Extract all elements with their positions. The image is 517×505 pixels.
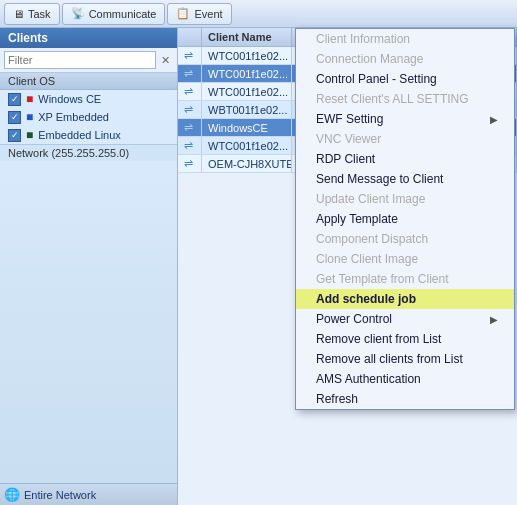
menu-item-connection-manage[interactable]: Connection Manage [296, 49, 514, 69]
col-header-name: Client Name [202, 28, 292, 46]
clients-header: Clients [0, 28, 177, 48]
wince-os-icon: ■ [26, 92, 33, 106]
menu-item-send-message[interactable]: Send Message to Client [296, 169, 514, 189]
row-name-cell: WindowsCE [202, 119, 292, 136]
row-icon-cell: ⇌ [178, 155, 202, 172]
communicate-icon: 📡 [71, 7, 85, 20]
linux-checkbox[interactable] [8, 129, 21, 142]
network-item[interactable]: Network (255.255.255.0) [0, 144, 177, 161]
taskbar: 🖥 Task 📡 Communicate 📋 Event [0, 0, 517, 28]
row-name-cell: WBT001f1e02... [202, 101, 292, 118]
col-header-icon [178, 28, 202, 46]
row-icon-cell: ⇌ [178, 101, 202, 118]
menu-item-clone-image[interactable]: Clone Client Image [296, 249, 514, 269]
event-label: Event [194, 8, 222, 20]
context-menu: Client Information Connection Manage Con… [295, 28, 515, 410]
linux-os-icon: ■ [26, 128, 33, 142]
menu-item-get-template[interactable]: Get Template from Client [296, 269, 514, 289]
main-area: Clients ✕ Client OS ■ Windows CE ■ XP Em… [0, 28, 517, 505]
menu-item-ewf-setting[interactable]: EWF Setting ▶ [296, 109, 514, 129]
xpembedded-os-icon: ■ [26, 110, 33, 124]
menu-item-rdp-client[interactable]: RDP Client [296, 149, 514, 169]
row-icon-cell: ⇌ [178, 65, 202, 82]
menu-item-remove-all-clients[interactable]: Remove all clients from List [296, 349, 514, 369]
menu-item-update-image[interactable]: Update Client Image [296, 189, 514, 209]
list-item-wince[interactable]: ■ Windows CE [0, 90, 177, 108]
event-button[interactable]: 📋 Event [167, 3, 231, 25]
menu-item-reset-setting[interactable]: Reset Client's ALL SETTING [296, 89, 514, 109]
menu-item-refresh[interactable]: Refresh [296, 389, 514, 409]
row-icon-cell: ⇌ [178, 47, 202, 64]
xpembedded-checkbox[interactable] [8, 111, 21, 124]
menu-item-ams-auth[interactable]: AMS Authentication [296, 369, 514, 389]
entire-network-item[interactable]: 🌐 Entire Network [0, 483, 177, 505]
task-icon: 🖥 [13, 8, 24, 20]
menu-item-client-info[interactable]: Client Information [296, 29, 514, 49]
client-icon: ⇌ [184, 139, 193, 152]
task-label: Task [28, 8, 51, 20]
client-icon: ⇌ [184, 103, 193, 116]
row-name-cell: WTC001f1e02... [202, 137, 292, 154]
row-icon-cell: ⇌ [178, 119, 202, 136]
row-name-cell: WTC001f1e02... [202, 65, 292, 82]
menu-item-add-schedule[interactable]: Add schedule job [296, 289, 514, 309]
menu-item-vnc-viewer[interactable]: VNC Viewer [296, 129, 514, 149]
event-icon: 📋 [176, 7, 190, 20]
row-name-cell: WTC001f1e02... [202, 47, 292, 64]
client-list: ■ Windows CE ■ XP Embedded ■ Embedded Li… [0, 90, 177, 483]
wince-checkbox[interactable] [8, 93, 21, 106]
communicate-label: Communicate [89, 8, 157, 20]
power-control-submenu-arrow: ▶ [490, 314, 498, 325]
menu-item-component-dispatch[interactable]: Component Dispatch [296, 229, 514, 249]
menu-item-remove-client[interactable]: Remove client from List [296, 329, 514, 349]
client-icon: ⇌ [184, 67, 193, 80]
row-icon-cell: ⇌ [178, 83, 202, 100]
client-icon: ⇌ [184, 121, 193, 134]
menu-item-control-panel[interactable]: Control Panel - Setting [296, 69, 514, 89]
row-icon-cell: ⇌ [178, 137, 202, 154]
filter-clear-button[interactable]: ✕ [158, 54, 173, 67]
entire-network-icon: 🌐 [4, 487, 20, 502]
filter-input[interactable] [4, 51, 156, 69]
client-icon: ⇌ [184, 49, 193, 62]
client-os-header: Client OS [0, 73, 177, 90]
row-name-cell: OEM-CJH8XUTEC17 [202, 155, 292, 172]
task-button[interactable]: 🖥 Task [4, 3, 60, 25]
communicate-button[interactable]: 📡 Communicate [62, 3, 166, 25]
list-item-xpembedded[interactable]: ■ XP Embedded [0, 108, 177, 126]
ewf-submenu-arrow: ▶ [490, 114, 498, 125]
row-name-cell: WTC001f1e02... [202, 83, 292, 100]
list-item-linux[interactable]: ■ Embedded Linux [0, 126, 177, 144]
left-panel: Clients ✕ Client OS ■ Windows CE ■ XP Em… [0, 28, 178, 505]
client-icon: ⇌ [184, 85, 193, 98]
menu-item-power-control[interactable]: Power Control ▶ [296, 309, 514, 329]
filter-row: ✕ [0, 48, 177, 73]
client-icon: ⇌ [184, 157, 193, 170]
menu-item-apply-template[interactable]: Apply Template [296, 209, 514, 229]
